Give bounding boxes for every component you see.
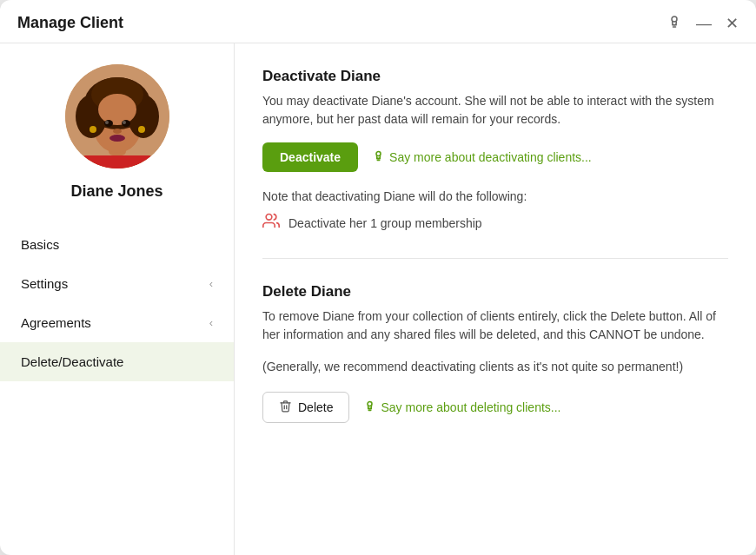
body: Diane Jones Basics Settings ‹ Agreements… [0, 43, 756, 555]
deactivate-note-text: Deactivate her 1 group membership [288, 216, 482, 230]
delete-learn-more-link[interactable]: Say more about deleting clients... [363, 400, 560, 415]
user-group-icon [262, 212, 280, 234]
avatar [65, 64, 169, 168]
svg-point-16 [113, 129, 122, 134]
window-title: Manage Client [17, 14, 123, 32]
window-controls: — ✕ [666, 14, 739, 32]
bulb-small-icon-2 [363, 400, 376, 415]
sidebar-item-delete-deactivate[interactable]: Delete/Deactivate [0, 342, 234, 381]
deactivate-button[interactable]: Deactivate [262, 142, 358, 172]
delete-section-title: Delete Diane [262, 283, 728, 301]
svg-point-0 [672, 17, 677, 22]
sidebar-item-label: Basics [21, 237, 59, 252]
close-button[interactable]: ✕ [726, 16, 739, 31]
trash-icon [279, 400, 292, 415]
delete-section-desc: To remove Diane from your collection of … [262, 307, 728, 344]
title-bar: Manage Client — ✕ [0, 0, 756, 43]
svg-point-19 [138, 126, 145, 133]
sidebar-item-label: Agreements [21, 315, 91, 330]
manage-client-window: Manage Client — ✕ [0, 0, 756, 555]
delete-section: Delete Diane To remove Diane from your c… [262, 258, 728, 423]
sidebar-item-settings[interactable]: Settings ‹ [0, 264, 234, 303]
svg-rect-20 [83, 155, 152, 168]
delete-recommend-note: (Generally, we recommend deactivating cl… [262, 358, 728, 376]
main-content: Deactivate Diane You may deactivate Dian… [235, 43, 756, 555]
sidebar-item-basics[interactable]: Basics [0, 225, 234, 264]
client-name: Diane Jones [70, 182, 162, 201]
svg-point-24 [266, 215, 272, 221]
delete-learn-more-label: Say more about deleting clients... [381, 400, 560, 414]
svg-point-17 [109, 135, 125, 142]
delete-button-label: Delete [298, 400, 333, 414]
deactivate-note-label: Note that deactivating Diane will do the… [262, 189, 728, 203]
deactivate-learn-more-link[interactable]: Say more about deactivating clients... [372, 149, 592, 165]
deactivate-action-row: Deactivate Say more about deactivating c… [262, 142, 728, 172]
sidebar: Diane Jones Basics Settings ‹ Agreements… [0, 43, 235, 555]
svg-point-11 [98, 94, 136, 125]
minimize-button[interactable]: — [696, 16, 712, 31]
bulb-icon[interactable] [666, 14, 682, 32]
deactivate-section-desc: You may deactivate Diane's account. She … [262, 92, 728, 129]
deactivate-section-title: Deactivate Diane [262, 68, 728, 85]
deactivate-section: Deactivate Diane You may deactivate Dian… [262, 68, 728, 234]
delete-action-row: Delete Say more about deleting clients..… [262, 392, 728, 423]
sidebar-item-agreements[interactable]: Agreements ‹ [0, 303, 234, 342]
deactivate-note-item: Deactivate her 1 group membership [262, 212, 728, 234]
sidebar-item-label: Delete/Deactivate [21, 354, 123, 369]
svg-point-15 [123, 121, 126, 124]
svg-point-18 [90, 126, 96, 133]
deactivate-learn-more-label: Say more about deactivating clients... [389, 150, 592, 164]
chevron-icon: ‹ [209, 277, 213, 290]
chevron-icon: ‹ [209, 316, 213, 329]
svg-point-14 [105, 121, 109, 124]
sidebar-item-label: Settings [21, 276, 68, 291]
delete-button[interactable]: Delete [262, 392, 349, 423]
nav-list: Basics Settings ‹ Agreements ‹ Delete/De… [0, 225, 234, 381]
bulb-small-icon [372, 149, 385, 165]
